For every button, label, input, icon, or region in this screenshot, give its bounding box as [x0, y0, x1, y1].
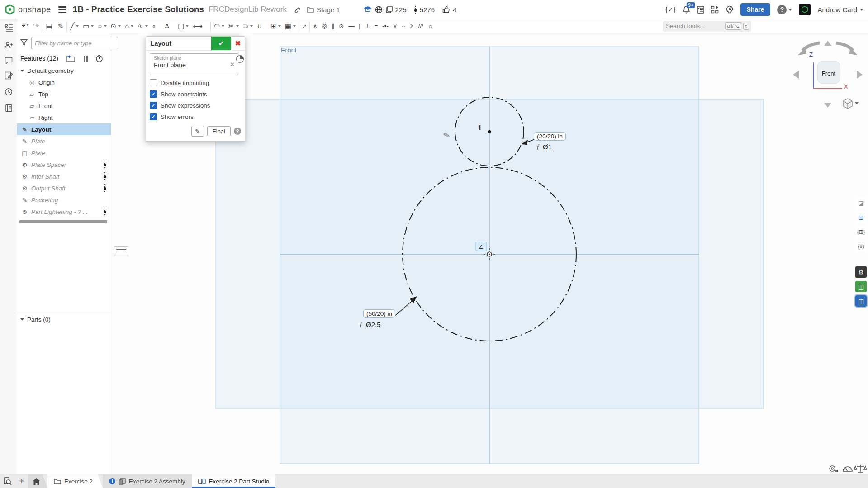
- home-tab[interactable]: [28, 474, 47, 488]
- equal-constraint-icon[interactable]: =: [375, 20, 378, 32]
- document-menu-icon[interactable]: [58, 6, 66, 13]
- point-tool-icon[interactable]: ∘: [152, 20, 161, 32]
- standard-content-panel-icon[interactable]: ◫: [855, 281, 867, 292]
- onshape-logo[interactable]: onshape: [5, 4, 51, 15]
- protractor-icon[interactable]: [843, 467, 852, 471]
- undo-icon[interactable]: ↶: [22, 20, 28, 32]
- search-tools-input[interactable]: [665, 22, 723, 30]
- parts-section-header[interactable]: Parts (0): [17, 313, 111, 326]
- sketch-plane-field[interactable]: Sketch plane Front plane ✕: [150, 53, 238, 75]
- cancel-x-button[interactable]: ✖: [231, 37, 245, 50]
- dimension-expression-small-circle[interactable]: (20/20) in: [534, 132, 566, 141]
- tape-measure-icon[interactable]: [830, 466, 838, 472]
- horizontal-constraint-icon[interactable]: —: [348, 20, 354, 32]
- suppress-pause-icon[interactable]: [84, 56, 88, 62]
- rotate-right-step-arrow[interactable]: [857, 71, 863, 79]
- feature-output-shaft[interactable]: ⚙ Output Shaft: [17, 182, 111, 194]
- feature-pocketing[interactable]: ✎ Pocketing: [17, 194, 111, 206]
- likes-stat[interactable]: 4: [442, 6, 456, 14]
- insert-image-tool-icon[interactable]: ▦: [285, 20, 296, 32]
- trim-tool-icon[interactable]: ✂: [228, 20, 239, 32]
- coincident-constraint-icon[interactable]: ∧: [313, 20, 318, 32]
- disable-imprinting-checkbox[interactable]: Disable imprinting: [150, 79, 241, 86]
- ellipse-tool-icon[interactable]: ⊙: [111, 20, 121, 32]
- feature-plate-sketch[interactable]: ✎ Plate: [17, 135, 111, 147]
- construction-tool-icon[interactable]: ///: [418, 20, 423, 32]
- insert-detail-icon[interactable]: ▤: [46, 20, 52, 32]
- spline-tool-icon[interactable]: ∿: [138, 20, 148, 32]
- rollback-bar[interactable]: [19, 220, 107, 223]
- featurescript-robot-panel-icon[interactable]: ⚙: [855, 266, 867, 278]
- appearance-panel-icon[interactable]: ◪: [855, 197, 867, 208]
- copy-link-icon[interactable]: [293, 6, 300, 13]
- user-menu[interactable]: Andrew Card: [817, 6, 863, 14]
- public-globe-icon[interactable]: [375, 6, 383, 14]
- feature-list-icon[interactable]: [4, 23, 14, 33]
- create-folder-icon[interactable]: [66, 55, 75, 63]
- fillet-tool-icon[interactable]: ◠: [214, 20, 224, 32]
- filter-icon[interactable]: [20, 39, 28, 47]
- variables-panel-icon[interactable]: (x): [855, 241, 867, 252]
- show-errors-checkbox[interactable]: Show errors: [150, 113, 241, 120]
- notebook-icon[interactable]: [4, 103, 14, 113]
- vertical-constraint-tag[interactable]: I: [479, 123, 481, 131]
- default-plane-top[interactable]: ▱ Top: [17, 88, 111, 100]
- circle-tool-icon[interactable]: ○: [98, 20, 106, 32]
- sketch-only-toggle-icon[interactable]: [236, 55, 244, 63]
- search-tabs-icon[interactable]: [0, 474, 15, 488]
- clear-selection-icon[interactable]: ✕: [230, 61, 235, 68]
- text-tool-icon[interactable]: A: [165, 20, 174, 32]
- symmetric-constraint-icon[interactable]: ⋎: [393, 20, 398, 32]
- tab-exercise-2[interactable]: Exercise 2: [47, 474, 103, 488]
- measure-tool-icon[interactable]: ↕: [303, 20, 306, 32]
- default-plane-front[interactable]: ▱ Front: [17, 100, 111, 112]
- configurations-panel-icon[interactable]: ⊞: [855, 212, 867, 223]
- corner-rectangle-tool-icon[interactable]: ▭: [83, 20, 94, 32]
- final-button[interactable]: Final: [207, 126, 231, 136]
- notifications-bell-icon[interactable]: 9+: [683, 5, 690, 14]
- default-origin[interactable]: ◎ Origin: [17, 76, 111, 88]
- feature-filter-input[interactable]: [31, 37, 118, 49]
- show-constraints-icon[interactable]: ☼: [428, 20, 433, 32]
- concentric-constraint-icon[interactable]: ◎: [322, 20, 327, 32]
- rollback-timer-icon[interactable]: [95, 55, 103, 64]
- copies-stat[interactable]: 225: [386, 6, 407, 14]
- learning-center-icon[interactable]: [726, 5, 734, 14]
- follow-users-icon[interactable]: [4, 40, 14, 50]
- rotate-up-arrow[interactable]: [824, 41, 831, 46]
- confirm-checkmark-button[interactable]: ✔: [211, 37, 231, 50]
- feature-plate-spacer[interactable]: ⚙ Plate Spacer: [17, 159, 111, 171]
- view-options-cube-icon[interactable]: [843, 99, 859, 109]
- vertical-constraint-icon[interactable]: |: [359, 20, 360, 32]
- usage-stat[interactable]: 5276: [414, 6, 435, 14]
- perpendicular-constraint-icon[interactable]: ⊥: [365, 20, 370, 32]
- scale-balance-icon[interactable]: [854, 465, 867, 472]
- offset-tool-icon[interactable]: ⊃: [243, 20, 253, 32]
- share-button[interactable]: Share: [740, 3, 771, 16]
- sketch-mode-icon[interactable]: ✎: [58, 20, 64, 32]
- mirror-tool-icon[interactable]: ∪: [257, 20, 266, 32]
- comments-icon[interactable]: [4, 55, 14, 65]
- help-menu[interactable]: ?: [777, 5, 792, 14]
- default-plane-right[interactable]: ▱ Right: [17, 112, 111, 123]
- folder-breadcrumb[interactable]: Stage 1: [307, 6, 340, 14]
- history-clock-icon[interactable]: [4, 87, 14, 97]
- pattern-tool-icon[interactable]: ⊞: [270, 20, 281, 32]
- feature-list-toggle-button[interactable]: [114, 246, 128, 256]
- redo-icon[interactable]: ↷: [33, 20, 39, 32]
- featurescript-check-icon[interactable]: {✓}: [665, 5, 676, 14]
- feature-part-lightening[interactable]: ⊚ Part Lightening - ? ...: [17, 206, 111, 218]
- curvature-constraint-icon[interactable]: ⌣: [402, 20, 406, 32]
- edit-sketch-button[interactable]: ✎: [191, 126, 204, 137]
- pierce-constraint-flag[interactable]: ∠: [476, 242, 487, 251]
- user-avatar[interactable]: [799, 4, 811, 15]
- documentation-panel-icon[interactable]: ◫: [855, 295, 867, 307]
- feature-layout[interactable]: ✎ Layout: [17, 123, 111, 135]
- default-geometry-group[interactable]: Default geometry: [17, 65, 111, 76]
- document-edit-icon[interactable]: [4, 71, 14, 81]
- tangent-constraint-icon[interactable]: ⊘: [339, 20, 344, 32]
- slot-tool-icon[interactable]: ▢: [178, 20, 189, 32]
- tab-exercise-2-part-studio[interactable]: Exercise 2 Part Studio: [192, 474, 276, 488]
- feature-plate-extrude[interactable]: ▤ Plate: [17, 147, 111, 159]
- dimension-expression-large-circle[interactable]: (50/20) in: [363, 309, 395, 318]
